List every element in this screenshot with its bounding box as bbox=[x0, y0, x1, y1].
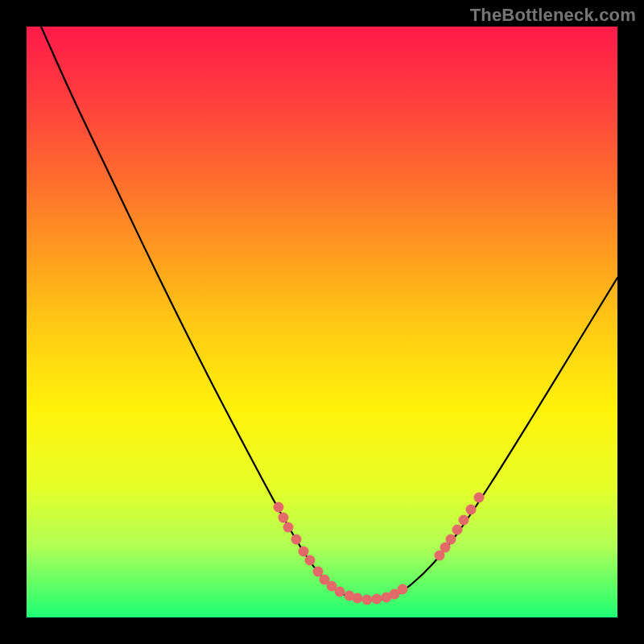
highlight-dot bbox=[474, 493, 485, 503]
highlight-dot bbox=[446, 535, 456, 545]
highlight-dots bbox=[274, 493, 485, 605]
highlight-dot bbox=[466, 505, 477, 515]
highlight-dot bbox=[372, 594, 382, 605]
chart-svg bbox=[0, 0, 644, 644]
highlight-dot bbox=[335, 587, 345, 597]
highlight-dot bbox=[459, 515, 469, 526]
highlight-dot bbox=[353, 593, 363, 604]
highlight-dot bbox=[291, 535, 302, 545]
highlight-dot bbox=[362, 595, 373, 605]
highlight-dot bbox=[283, 522, 294, 533]
highlight-dot bbox=[299, 547, 309, 557]
highlight-dot bbox=[452, 525, 463, 535]
highlight-dot bbox=[279, 513, 289, 523]
bottleneck-curve bbox=[41, 27, 617, 601]
highlight-dot bbox=[398, 584, 408, 595]
highlight-dot bbox=[274, 502, 284, 513]
highlight-dot bbox=[305, 555, 316, 566]
